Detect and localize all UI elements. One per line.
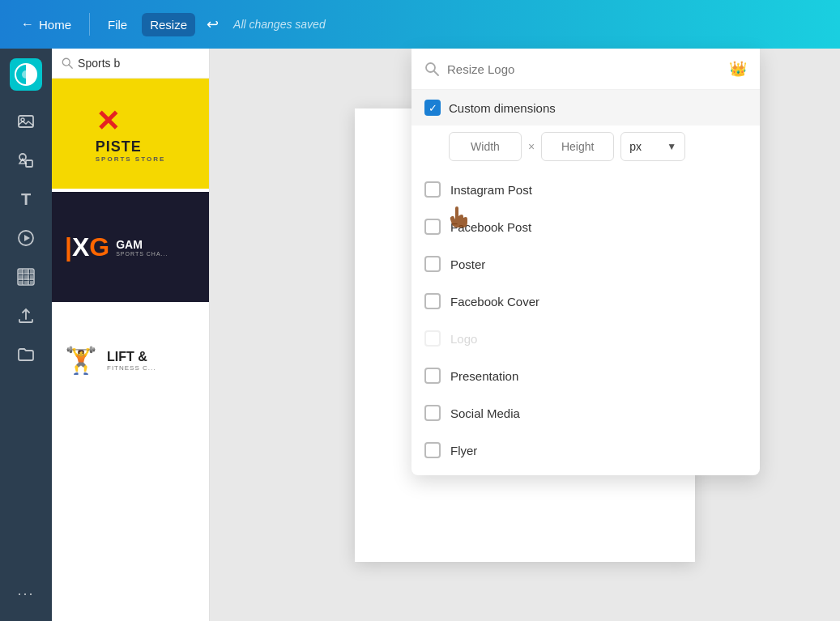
- template-item[interactable]: ✕ PISTE SPORTS STORE: [52, 79, 209, 192]
- facebook-post-label: Facebook Post: [450, 220, 531, 234]
- dimension-separator: ×: [528, 140, 535, 153]
- resize-button[interactable]: Resize: [142, 13, 195, 36]
- poster-label: Poster: [450, 257, 485, 271]
- home-button[interactable]: ← Home: [13, 12, 79, 36]
- icon-sidebar: T: [0, 49, 52, 621]
- custom-dimensions-checkbox[interactable]: [424, 100, 441, 116]
- chevron-down-icon: ▼: [667, 141, 676, 152]
- social-media-label: Social Media: [450, 406, 520, 420]
- search-bar: [52, 49, 209, 79]
- background-icon: [17, 268, 35, 286]
- elements-icon-btn[interactable]: [8, 142, 44, 178]
- height-input[interactable]: [541, 132, 614, 161]
- social-media-checkbox[interactable]: [424, 405, 441, 421]
- home-label: Home: [39, 18, 71, 32]
- template-item[interactable]: |XG GAM SPORTS CHA...: [52, 192, 209, 305]
- resize-option-instagram[interactable]: Instagram Post: [411, 171, 760, 208]
- folders-icon: [17, 346, 35, 364]
- folders-icon-btn[interactable]: [8, 337, 44, 372]
- topbar: ← Home File Resize ↩ All changes saved: [0, 0, 840, 49]
- instagram-checkbox[interactable]: [424, 181, 441, 198]
- presentation-checkbox[interactable]: [424, 368, 441, 384]
- resize-dropdown: 👑 Custom dimensions × px ▼ Instagra: [411, 49, 760, 475]
- more-icon: ···: [17, 585, 34, 602]
- resize-option-presentation[interactable]: Presentation: [411, 357, 760, 394]
- uploads-icon: [17, 307, 35, 325]
- svg-rect-2: [19, 116, 33, 127]
- unit-label: px: [629, 140, 642, 153]
- resize-option-social-media[interactable]: Social Media: [411, 394, 760, 432]
- resize-label: Resize: [150, 18, 187, 32]
- main-layout: T: [0, 49, 840, 621]
- logo-icon: [15, 63, 37, 86]
- undo-icon: ↩: [207, 15, 219, 33]
- svg-rect-5: [26, 160, 32, 167]
- resize-search-icon: [424, 62, 439, 76]
- app-logo: [10, 58, 42, 91]
- lift-text: LIFT & FITNESS C...: [107, 350, 156, 372]
- brand-x: ✕ PISTE SPORTS STORE: [83, 91, 179, 176]
- resize-option-flyer[interactable]: Flyer: [411, 432, 760, 469]
- background-icon-btn[interactable]: [8, 259, 44, 295]
- facebook-post-checkbox[interactable]: [424, 219, 441, 235]
- video-icon-btn[interactable]: [8, 220, 44, 256]
- video-icon: [17, 229, 35, 247]
- text-icon-btn[interactable]: T: [8, 181, 44, 217]
- logo-checkbox: [424, 330, 441, 347]
- more-icon-btn[interactable]: ···: [8, 576, 44, 611]
- search-icon: [62, 57, 73, 70]
- elements-icon: [17, 151, 35, 169]
- resize-search-input[interactable]: [447, 62, 721, 76]
- flyer-label: Flyer: [450, 444, 477, 457]
- topbar-divider: [89, 13, 90, 36]
- canvas-area: 👑 Custom dimensions × px ▼ Instagra: [210, 49, 840, 621]
- resize-option-facebook-post[interactable]: Facebook Post: [411, 208, 760, 245]
- svg-line-15: [434, 71, 438, 75]
- poster-checkbox[interactable]: [424, 256, 441, 272]
- file-button[interactable]: File: [100, 13, 135, 36]
- resize-option-poster[interactable]: Poster: [411, 245, 760, 283]
- instagram-label: Instagram Post: [450, 183, 532, 197]
- undo-button[interactable]: ↩: [202, 11, 224, 38]
- resize-option-logo: Logo: [411, 320, 760, 357]
- text-icon: T: [21, 190, 31, 209]
- svg-point-1: [22, 70, 30, 79]
- brand-info: GAM SPORTS CHA...: [116, 238, 168, 257]
- back-arrow-icon: ←: [21, 17, 34, 32]
- templates-panel: ✕ PISTE SPORTS STORE |XG GAM SPORTS CHA.…: [52, 49, 210, 621]
- svg-point-14: [426, 63, 435, 72]
- resize-search-bar: 👑: [411, 49, 760, 90]
- facebook-cover-checkbox[interactable]: [424, 293, 441, 309]
- file-label: File: [108, 18, 127, 32]
- search-input[interactable]: [78, 57, 199, 70]
- dimension-inputs: × px ▼: [411, 125, 760, 171]
- saved-status: All changes saved: [233, 18, 326, 31]
- crown-icon: 👑: [729, 60, 747, 78]
- svg-line-13: [69, 65, 72, 68]
- photos-icon: [17, 113, 35, 130]
- width-input[interactable]: [449, 132, 522, 161]
- custom-dimensions-label: Custom dimensions: [449, 101, 556, 115]
- uploads-icon-btn[interactable]: [8, 298, 44, 334]
- custom-dimensions-row: Custom dimensions: [411, 90, 760, 125]
- facebook-cover-label: Facebook Cover: [450, 295, 539, 308]
- lift-icon: 🏋: [65, 345, 97, 376]
- templates-list: ✕ PISTE SPORTS STORE |XG GAM SPORTS CHA.…: [52, 79, 209, 621]
- resize-option-facebook-cover[interactable]: Facebook Cover: [411, 283, 760, 320]
- xg-logo: |XG: [65, 232, 109, 262]
- presentation-label: Presentation: [450, 369, 518, 383]
- photos-icon-btn[interactable]: [8, 104, 44, 139]
- unit-select[interactable]: px ▼: [620, 132, 685, 161]
- logo-label: Logo: [450, 332, 477, 346]
- flyer-checkbox[interactable]: [424, 442, 441, 458]
- template-item[interactable]: 🏋 LIFT & FITNESS C...: [52, 305, 209, 419]
